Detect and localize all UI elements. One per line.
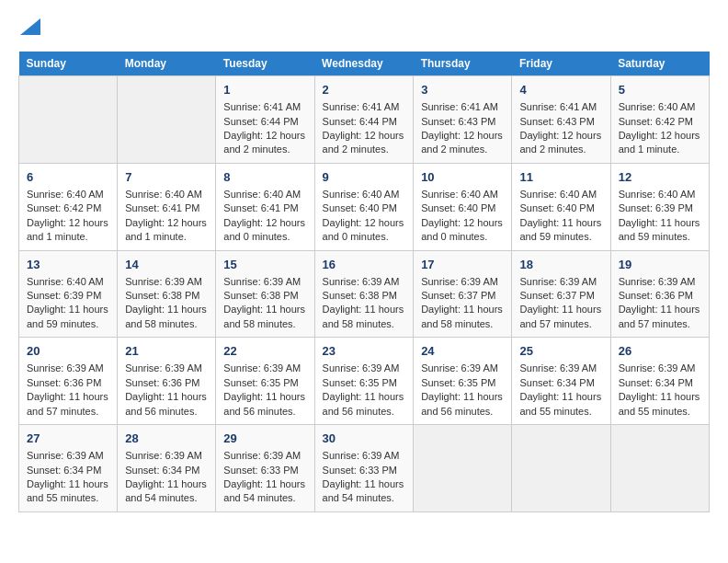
calendar-body: 1Sunrise: 6:41 AMSunset: 6:44 PMDaylight… (19, 76, 710, 512)
cell-info: Daylight: 12 hours and 2 minutes. (421, 129, 504, 157)
logo (18, 18, 40, 37)
cell-info: Sunrise: 6:40 AM (519, 188, 602, 201)
calendar-cell (414, 425, 512, 512)
cell-info: Daylight: 11 hours and 56 minutes. (323, 390, 406, 419)
cell-info: Sunrise: 6:39 AM (27, 449, 109, 463)
cell-info: Sunrise: 6:39 AM (223, 362, 306, 375)
calendar-cell: 25Sunrise: 6:39 AMSunset: 6:34 PMDayligh… (512, 338, 610, 425)
week-row-5: 27Sunrise: 6:39 AMSunset: 6:34 PMDayligh… (19, 425, 710, 512)
cell-info: Daylight: 11 hours and 56 minutes. (125, 390, 208, 419)
cell-info: Sunrise: 6:40 AM (421, 188, 504, 201)
calendar-cell: 4Sunrise: 6:41 AMSunset: 6:43 PMDaylight… (512, 76, 610, 164)
cell-info: Sunrise: 6:40 AM (27, 188, 109, 201)
day-number: 25 (519, 343, 602, 360)
calendar-cell: 17Sunrise: 6:39 AMSunset: 6:37 PMDayligh… (414, 250, 512, 338)
calendar-cell: 18Sunrise: 6:39 AMSunset: 6:37 PMDayligh… (512, 250, 610, 338)
cell-info: Sunset: 6:39 PM (619, 201, 701, 215)
cell-info: Daylight: 12 hours and 1 minute. (27, 216, 109, 245)
cell-info: Sunrise: 6:40 AM (223, 188, 306, 201)
cell-info: Daylight: 12 hours and 1 minute. (619, 129, 701, 157)
cell-info: Sunset: 6:35 PM (323, 376, 406, 390)
calendar-cell: 27Sunrise: 6:39 AMSunset: 6:34 PMDayligh… (19, 425, 118, 512)
day-number: 11 (519, 169, 602, 186)
cell-info: Sunset: 6:37 PM (421, 289, 504, 303)
calendar-cell: 9Sunrise: 6:40 AMSunset: 6:40 PMDaylight… (314, 163, 414, 250)
day-number: 7 (125, 169, 208, 186)
cell-info: Sunrise: 6:39 AM (125, 449, 208, 463)
header-cell-tuesday: Tuesday (216, 52, 314, 76)
cell-info: Sunset: 6:37 PM (519, 289, 602, 303)
cell-info: Daylight: 11 hours and 57 minutes. (619, 303, 701, 331)
day-number: 28 (125, 431, 208, 447)
calendar-cell: 12Sunrise: 6:40 AMSunset: 6:39 PMDayligh… (610, 163, 709, 250)
cell-info: Sunrise: 6:39 AM (223, 275, 306, 289)
cell-info: Sunrise: 6:40 AM (125, 188, 208, 201)
day-number: 15 (223, 257, 306, 273)
day-number: 8 (223, 169, 306, 186)
calendar-cell: 28Sunrise: 6:39 AMSunset: 6:34 PMDayligh… (118, 425, 216, 512)
cell-info: Sunset: 6:35 PM (223, 376, 306, 390)
cell-info: Sunset: 6:36 PM (619, 289, 701, 303)
calendar-cell (19, 76, 118, 164)
cell-info: Sunset: 6:36 PM (27, 376, 109, 390)
cell-info: Daylight: 11 hours and 57 minutes. (27, 390, 109, 419)
cell-info: Daylight: 11 hours and 56 minutes. (421, 390, 504, 419)
header-row: SundayMondayTuesdayWednesdayThursdayFrid… (19, 52, 710, 76)
cell-info: Sunrise: 6:39 AM (619, 362, 701, 375)
calendar-cell (610, 425, 709, 512)
cell-info: Sunset: 6:33 PM (323, 464, 406, 477)
day-number: 23 (323, 343, 406, 360)
cell-info: Sunrise: 6:39 AM (323, 275, 406, 289)
cell-info: Sunrise: 6:40 AM (323, 188, 406, 201)
cell-info: Daylight: 12 hours and 0 minutes. (223, 216, 306, 245)
day-number: 14 (125, 257, 208, 273)
day-number: 12 (619, 169, 701, 186)
cell-info: Sunset: 6:38 PM (223, 289, 306, 303)
cell-info: Sunset: 6:36 PM (125, 376, 208, 390)
cell-info: Sunset: 6:43 PM (421, 115, 504, 129)
week-row-3: 13Sunrise: 6:40 AMSunset: 6:39 PMDayligh… (19, 250, 710, 338)
calendar-cell: 11Sunrise: 6:40 AMSunset: 6:40 PMDayligh… (512, 163, 610, 250)
week-row-1: 1Sunrise: 6:41 AMSunset: 6:44 PMDaylight… (19, 76, 710, 164)
cell-info: Sunrise: 6:39 AM (421, 362, 504, 375)
cell-info: Sunset: 6:41 PM (125, 201, 208, 215)
logo-icon (20, 18, 40, 35)
cell-info: Sunset: 6:42 PM (619, 115, 701, 129)
calendar-cell: 3Sunrise: 6:41 AMSunset: 6:43 PMDaylight… (414, 76, 512, 164)
day-number: 21 (125, 343, 208, 360)
cell-info: Sunrise: 6:40 AM (619, 100, 701, 114)
week-row-2: 6Sunrise: 6:40 AMSunset: 6:42 PMDaylight… (19, 163, 710, 250)
cell-info: Sunrise: 6:39 AM (421, 275, 504, 289)
cell-info: Sunset: 6:34 PM (519, 376, 602, 390)
cell-info: Sunrise: 6:39 AM (27, 362, 109, 375)
calendar-cell: 26Sunrise: 6:39 AMSunset: 6:34 PMDayligh… (610, 338, 709, 425)
day-number: 9 (323, 169, 406, 186)
cell-info: Daylight: 12 hours and 2 minutes. (223, 129, 306, 157)
day-number: 24 (421, 343, 504, 360)
calendar-cell: 15Sunrise: 6:39 AMSunset: 6:38 PMDayligh… (216, 250, 314, 338)
cell-info: Daylight: 11 hours and 59 minutes. (619, 216, 701, 245)
calendar-header: SundayMondayTuesdayWednesdayThursdayFrid… (19, 52, 710, 76)
calendar-cell: 22Sunrise: 6:39 AMSunset: 6:35 PMDayligh… (216, 338, 314, 425)
cell-info: Sunrise: 6:41 AM (519, 100, 602, 114)
cell-info: Daylight: 11 hours and 59 minutes. (27, 303, 109, 331)
cell-info: Daylight: 11 hours and 56 minutes. (223, 390, 306, 419)
day-number: 4 (519, 82, 602, 98)
cell-info: Sunset: 6:40 PM (421, 201, 504, 215)
cell-info: Sunset: 6:34 PM (619, 376, 701, 390)
day-number: 22 (223, 343, 306, 360)
cell-info: Daylight: 12 hours and 2 minutes. (519, 129, 602, 157)
cell-info: Sunrise: 6:41 AM (421, 100, 504, 114)
day-number: 3 (421, 82, 504, 98)
calendar-table: SundayMondayTuesdayWednesdayThursdayFrid… (18, 52, 710, 512)
cell-info: Sunrise: 6:39 AM (519, 362, 602, 375)
day-number: 30 (323, 431, 406, 447)
day-number: 29 (223, 431, 306, 447)
cell-info: Sunrise: 6:39 AM (323, 362, 406, 375)
cell-info: Daylight: 11 hours and 55 minutes. (519, 390, 602, 419)
day-number: 5 (619, 82, 701, 98)
cell-info: Sunset: 6:38 PM (125, 289, 208, 303)
day-number: 17 (421, 257, 504, 273)
calendar-cell: 30Sunrise: 6:39 AMSunset: 6:33 PMDayligh… (314, 425, 414, 512)
cell-info: Daylight: 11 hours and 58 minutes. (125, 303, 208, 331)
